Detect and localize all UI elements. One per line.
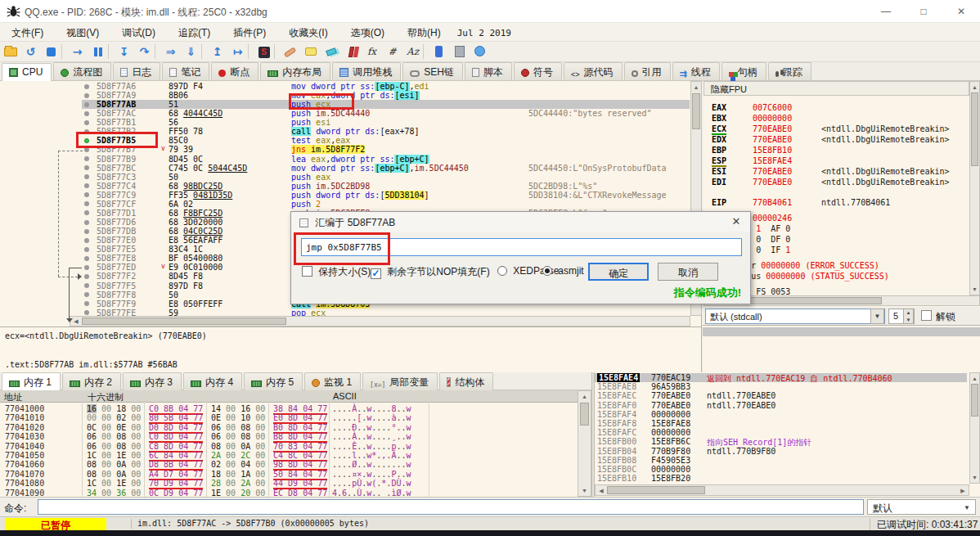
row-dot[interactable] <box>84 301 89 306</box>
tab-脚本[interactable]: 脚本 <box>465 62 512 80</box>
dump-row[interactable]: 770410501C 00 1E 006C 84 04 772A 00 2C 0… <box>0 451 578 460</box>
hide-fpu-button[interactable]: 隐藏FPU <box>704 81 969 96</box>
row-dot[interactable] <box>84 238 89 243</box>
registers-vscrollbar[interactable]: ▲ ▼ <box>969 81 980 295</box>
row-dot[interactable] <box>84 292 89 297</box>
pause-icon[interactable] <box>88 42 108 61</box>
disasm-row[interactable]: 5D8F77C468 98BDC25Dpush im.5DC2BD985DC2B… <box>0 182 702 191</box>
bottom-tab-内存 4[interactable]: 内存 4 <box>183 372 242 390</box>
dump-row[interactable]: 770410200C 00 0E 00D0 8D 04 7706 00 08 0… <box>0 423 578 432</box>
dump-row[interactable]: 7704103006 00 08 00C0 8D 04 7706 00 08 0… <box>0 432 578 441</box>
row-dot[interactable] <box>84 247 89 252</box>
tab-笔记[interactable]: 笔记 <box>162 62 209 80</box>
maximize-button[interactable]: □ <box>905 0 942 23</box>
patches-icon[interactable] <box>280 42 300 61</box>
tab-内存布局[interactable]: 内存布局 <box>260 62 330 80</box>
row-dot[interactable] <box>84 274 89 279</box>
disasm-row[interactable]: 5D8F77B98D45 0Clea eax,dword ptr ss:[ebp… <box>0 155 702 164</box>
row-dot[interactable] <box>84 165 89 170</box>
register-value[interactable]: 007C6000 <box>753 103 792 112</box>
close-icon[interactable] <box>41 42 61 61</box>
run-to-user-code-icon[interactable]: ↦ <box>227 42 248 61</box>
unlock-checkbox[interactable] <box>921 310 932 321</box>
register-value[interactable]: 15E8FAE4 <box>753 156 792 165</box>
disasm-row[interactable]: 5D8F77BCC745 0C 5044C45Dmov dword ptr ss… <box>0 164 702 173</box>
menu-item[interactable]: 文件(F) <box>0 23 55 40</box>
stack-row[interactable]: 15E8FAF0770EABE0ntdll.770EABE0 <box>595 401 967 410</box>
disasm-row[interactable]: 5D8F77AC68 4044C45Dpush im.5DC444405DC44… <box>0 109 702 118</box>
row-dot[interactable] <box>84 220 89 225</box>
stack-hscrollbar[interactable]: ◀ ▶ <box>595 484 969 496</box>
stack-row[interactable]: 15E8FAE896A59BB3 <box>595 382 967 391</box>
stack-row[interactable]: 15E8FB0C00000000 <box>595 465 967 474</box>
disasm-hscrollbar[interactable]: ◀ <box>70 316 690 327</box>
memory-dump-pane[interactable]: 地址十六进制ASCII7704100016 00 18 00C0 8B 04 7… <box>0 390 592 497</box>
tab-句柄[interactable]: 句柄 <box>722 62 766 80</box>
row-dot[interactable] <box>84 210 89 215</box>
menu-item[interactable]: 插件(P) <box>222 23 277 40</box>
checkbox-checked-icon[interactable]: ✓ <box>371 268 381 279</box>
row-dot[interactable] <box>84 174 89 179</box>
stack-row[interactable]: 15E8FAF815E8FAE8 <box>595 419 967 428</box>
fill-nop-checkbox[interactable]: ✓ 剩余字节以NOP填充(F) <box>371 265 490 279</box>
stack-vscrollbar[interactable]: ▲ ▼ <box>969 372 980 484</box>
dump-vscrollbar[interactable]: ▲ ▼ <box>578 390 591 497</box>
menu-item[interactable]: 收藏夹(I) <box>277 23 339 40</box>
calculator-icon[interactable] <box>449 42 470 61</box>
disasm-row[interactable]: 5D8F77A6897D F4mov dword ptr ss:[ebp-C],… <box>0 82 702 91</box>
chevron-down-icon[interactable]: ▼ <box>870 309 884 324</box>
dump-row[interactable]: 7704104006 00 08 00C8 8D 04 7708 00 0A 0… <box>0 442 578 451</box>
asmjit-radio[interactable]: asmjit <box>542 265 584 277</box>
register-value[interactable]: 770EABE0 <box>753 135 792 144</box>
bottom-tab-内存 2[interactable]: 内存 2 <box>62 372 121 390</box>
dump-row[interactable]: 7704100016 00 18 00C0 8B 04 7714 00 16 0… <box>0 404 578 413</box>
step-into-icon[interactable]: ↧ <box>114 42 134 61</box>
tab-引用[interactable]: 引用 <box>624 62 671 80</box>
pane-splitter[interactable] <box>591 372 595 497</box>
row-dot[interactable] <box>84 192 89 197</box>
arguments-pane[interactable]: 1: [esp+4] 96A59BB32: [esp+8] 770EABE0 <… <box>703 325 980 372</box>
row-dot[interactable] <box>84 120 89 125</box>
register-value[interactable]: 770EABE0 <box>753 178 792 187</box>
menu-item[interactable]: 选项(O) <box>339 23 396 40</box>
row-dot[interactable] <box>84 111 89 116</box>
comments-icon[interactable] <box>300 42 321 61</box>
tab-线程[interactable]: ⇉线程 <box>672 62 720 80</box>
stack-row[interactable]: 15E8FAFC00000000 <box>595 428 967 437</box>
row-dot[interactable] <box>84 102 89 107</box>
radio-icon[interactable] <box>497 266 507 276</box>
hash-icon[interactable]: # <box>382 42 402 61</box>
attach-icon[interactable] <box>429 42 449 61</box>
dialog-title-bar[interactable]: 汇编于 5D8F77AB ✕ <box>291 212 750 232</box>
checkbox-icon[interactable] <box>302 266 312 277</box>
register-value[interactable]: 15E8FB10 <box>753 146 792 155</box>
execute-till-return-icon[interactable]: ↥ <box>207 42 227 61</box>
bottom-tab-监视 1[interactable]: 监视 1 <box>304 372 361 390</box>
minimize-button[interactable]: — <box>867 0 905 23</box>
tab-日志[interactable]: 日志 <box>113 62 160 80</box>
bottom-tab-内存 1[interactable]: 内存 1 <box>2 372 61 391</box>
register-value[interactable]: 770EABE0 <box>753 167 792 176</box>
bottom-tab-局部变量[interactable]: [x=]局部变量 <box>362 372 438 390</box>
stack-row[interactable]: 15E8FAF400000000 <box>595 410 967 419</box>
stop-badge-icon[interactable]: S <box>254 42 274 61</box>
row-dot[interactable] <box>84 183 89 188</box>
open-file-icon[interactable] <box>0 42 20 61</box>
tab-符号[interactable]: 符号 <box>514 62 562 80</box>
command-input[interactable] <box>38 499 864 515</box>
bottom-tab-内存 3[interactable]: 内存 3 <box>123 372 182 390</box>
register-value[interactable]: 770B4061 <box>753 198 792 207</box>
stack-row[interactable]: 15E8FB04770B9F80ntdll.770B9F80 <box>595 447 967 456</box>
strings-icon[interactable]: Az <box>402 42 423 61</box>
stack-pane[interactable]: 15E8FAE4770EAC19返回到 ntdll.770EAC19 自 ntd… <box>595 372 980 497</box>
keep-size-checkbox[interactable]: 保持大小(S) <box>302 265 371 279</box>
step-over-icon[interactable]: ↷ <box>134 42 155 61</box>
register-value[interactable]: 770EABE0 <box>753 124 792 133</box>
stack-row[interactable]: 15E8FB1015E8FB20 <box>595 474 967 483</box>
labels-icon[interactable] <box>321 42 341 61</box>
dump-row[interactable]: 7704106008 00 0A 00D8 8B 04 7702 00 04 0… <box>0 460 578 469</box>
tab-SEH链[interactable]: SEH链 <box>402 62 463 80</box>
preferences-icon[interactable] <box>470 42 490 61</box>
row-dot[interactable] <box>84 310 89 315</box>
register-value[interactable]: 00000246 <box>753 214 792 223</box>
